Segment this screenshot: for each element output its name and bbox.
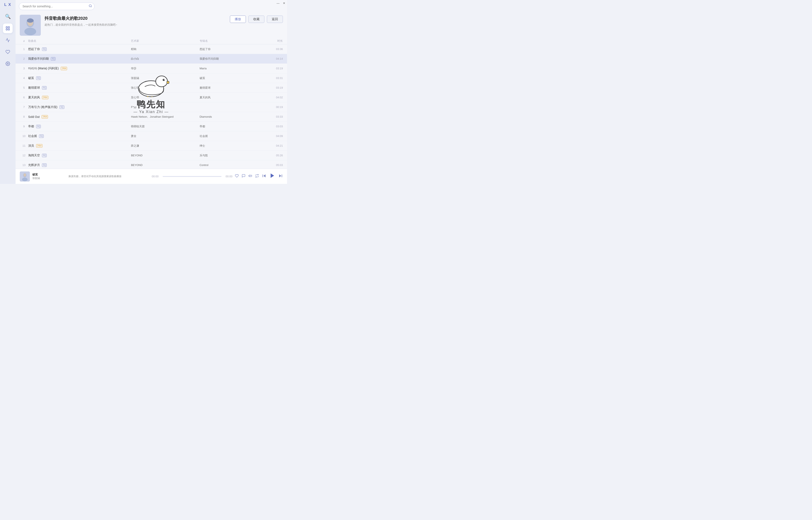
search-icon[interactable] <box>89 4 92 8</box>
player-time-left: 00:00 <box>152 175 160 178</box>
table-row[interactable]: 12 海阔天空 SQ BEYOND 乐与怒 05:26 <box>16 151 287 160</box>
row-artist: 萌萌哒天团 <box>131 125 200 128</box>
row-title: Sold Out 24bit <box>28 115 131 119</box>
row-title: 破茧 SQ <box>28 76 131 80</box>
prev-button[interactable] <box>262 174 266 179</box>
row-artist: 张韶涵 <box>131 76 200 80</box>
sidebar-item-library[interactable] <box>3 24 12 33</box>
svg-rect-3 <box>8 29 9 30</box>
row-album: 夏天的风 <box>200 96 268 99</box>
volume-button[interactable] <box>248 174 252 179</box>
quality-badge: SQ <box>36 76 41 80</box>
row-artist: BEYOND <box>131 154 200 157</box>
row-title-text: 想起了你 <box>28 47 40 51</box>
row-title: 光辉岁月 SQ <box>28 163 131 167</box>
row-title: 演员 24bit <box>28 144 131 148</box>
row-title: 我爱你不问归期 SQ <box>28 57 131 61</box>
row-duration: 04:21 <box>268 144 283 147</box>
svg-rect-1 <box>8 27 9 28</box>
table-row[interactable]: 7 万有引力 (枪声版片段) SQ F*yy 00:19 <box>16 102 287 112</box>
table-row[interactable]: 2 我爱你不问归期 SQ 白小白 我爱你不问归期 04:14 <box>16 54 287 64</box>
row-album: 乐与怒 <box>200 154 268 157</box>
table-row[interactable]: 9 帝都 SQ 萌萌哒天团 帝都 03:03 <box>16 122 287 131</box>
playlist-actions: 播放 收藏 返回 <box>230 15 283 23</box>
row-title-text: Sold Out <box>28 115 40 119</box>
comment-button[interactable] <box>242 174 245 179</box>
table-row[interactable]: 10 社会摇 SQ 萧全 社会摇 04:09 <box>16 131 287 141</box>
row-duration: 04:02 <box>268 96 283 99</box>
search-input[interactable] <box>19 2 95 10</box>
col-header-duration: 时长 <box>268 39 283 43</box>
row-artist: 华莎 <box>131 67 200 70</box>
row-duration: 03:19 <box>268 67 283 70</box>
svg-point-14 <box>22 178 28 181</box>
back-button[interactable]: 返回 <box>267 16 283 23</box>
svg-marker-17 <box>264 174 265 178</box>
app-layout: L X 🔍 <box>0 0 287 184</box>
play-button[interactable]: 播放 <box>230 16 246 23</box>
playlist-desc: 超热门，超全面的抖音热歌盘点，一起来接受热歌的洗脑吧~ <box>45 23 226 27</box>
row-num: 13 <box>20 163 28 166</box>
row-title-text: 帝都 <box>28 125 34 128</box>
row-artist: Hawk Nelson、Jonathan Steingard <box>131 115 200 119</box>
sidebar-item-charts[interactable] <box>3 35 12 45</box>
sidebar-item-settings[interactable] <box>3 59 12 69</box>
sidebar-item-favorites[interactable] <box>3 47 12 57</box>
row-album: María <box>200 67 268 70</box>
svg-point-4 <box>7 63 8 64</box>
playlist-info: 抖音歌曲最火的歌2020 超热门，超全面的抖音热歌盘点，一起来接受热歌的洗脑吧~ <box>45 15 226 27</box>
row-duration: 03:19 <box>268 86 283 89</box>
row-album: 破茧 <box>200 76 268 80</box>
table-row[interactable]: 6 夏天的风 24bit 至心羽 夏天的风 04:02 <box>16 93 287 102</box>
row-title-text: 夏天的风 <box>28 96 40 99</box>
sidebar: L X 🔍 <box>0 0 16 184</box>
row-title: 想起了你 SQ <box>28 47 131 51</box>
row-num: 10 <box>20 134 28 138</box>
row-title: 海阔天空 SQ <box>28 154 131 157</box>
row-title-text: 社会摇 <box>28 134 37 138</box>
table-row[interactable]: 5 脆弱星球 SQ 张心羽 脆弱星球 03:19 <box>16 83 287 93</box>
playlist-title: 抖音歌曲最火的歌2020 <box>45 16 226 21</box>
next-button[interactable] <box>278 174 283 179</box>
row-num: 8 <box>20 115 28 118</box>
quality-badge: 24bit <box>42 115 48 119</box>
row-title-text: 海阔天空 <box>28 154 40 157</box>
minimize-button[interactable]: — <box>277 1 280 5</box>
row-num: 3 <box>20 67 28 70</box>
playlist-header: 抖音歌曲最火的歌2020 超热门，超全面的抖音热歌盘点，一起来接受热歌的洗脑吧~… <box>16 12 287 38</box>
playlist-cover <box>20 15 41 36</box>
close-button[interactable]: ✕ <box>283 1 285 5</box>
table-row[interactable]: 8 Sold Out 24bit Hawk Nelson、Jonathan St… <box>16 112 287 122</box>
table-row[interactable]: 3 마리아 (Maria) (玛利亚) 24bit 华莎 María 03:19 <box>16 64 287 73</box>
row-num: 12 <box>20 154 28 157</box>
row-title-text: 我爱你不问归期 <box>28 57 49 61</box>
row-duration: 05:26 <box>268 154 283 157</box>
play-pause-button[interactable] <box>269 173 275 180</box>
player-progress-bar[interactable] <box>163 176 221 177</box>
row-album: Control <box>200 163 268 166</box>
row-duration: 05:03 <box>268 163 283 166</box>
row-album: 社会摇 <box>200 134 268 138</box>
svg-point-9 <box>24 28 36 35</box>
table-row[interactable]: 1 想起了你 SQ 程响 想起了你 03:36 <box>16 44 287 54</box>
table-header: # 歌曲名 艺术家 专辑名 时长 <box>16 38 287 44</box>
player-title: 破茧 <box>32 173 66 177</box>
sidebar-item-search[interactable]: 🔍 <box>3 12 12 21</box>
svg-marker-16 <box>249 175 250 177</box>
row-title: 夏天的风 24bit <box>28 96 131 99</box>
row-duration: 00:19 <box>268 105 283 109</box>
row-num: 11 <box>20 144 28 147</box>
table-row[interactable]: 13 光辉岁月 SQ BEYOND Control 05:03 <box>16 160 287 169</box>
row-num: 1 <box>20 48 28 51</box>
quality-badge: SQ <box>59 105 64 109</box>
row-title-text: 마리아 (Maria) (玛利亚) <box>28 67 59 70</box>
table-row[interactable]: 11 演员 24bit 薛之谦 绅士 04:21 <box>16 141 287 151</box>
row-title-text: 破茧 <box>28 76 34 80</box>
like-button[interactable] <box>235 174 239 179</box>
row-num: 4 <box>20 76 28 80</box>
row-num: 6 <box>20 96 28 99</box>
player-info: 破茧 张韶涵 <box>32 173 66 180</box>
table-row[interactable]: 4 破茧 SQ 张韶涵 破茧 03:31 <box>16 73 287 83</box>
repeat-button[interactable] <box>255 174 259 179</box>
collect-button[interactable]: 收藏 <box>248 16 264 23</box>
